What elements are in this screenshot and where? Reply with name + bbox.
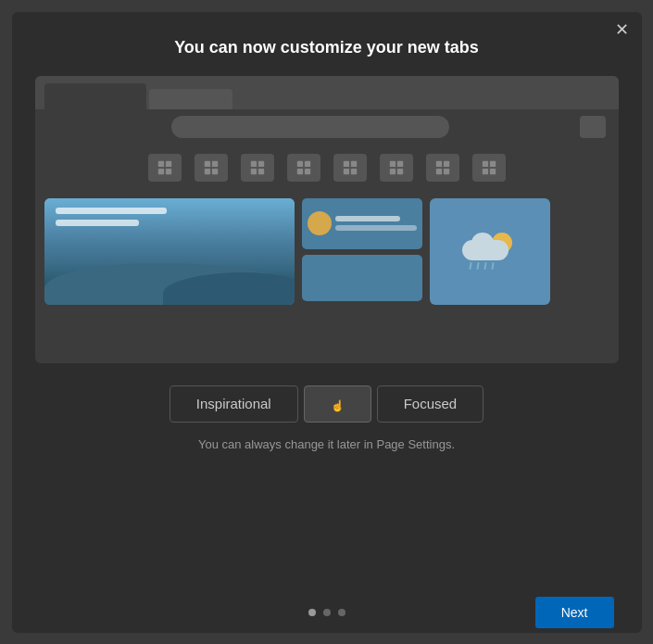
svg-rect-4 <box>204 160 209 166</box>
svg-rect-17 <box>350 160 356 166</box>
shortcut-item <box>333 154 367 182</box>
svg-rect-5 <box>211 160 217 166</box>
card-weather <box>430 198 550 305</box>
svg-rect-20 <box>389 160 395 166</box>
shortcut-icon <box>241 154 274 182</box>
card-landscape-bg <box>44 198 295 305</box>
svg-rect-6 <box>204 168 209 173</box>
weather-icon <box>462 233 518 270</box>
shortcut-icon <box>333 154 367 182</box>
text-line <box>335 225 417 231</box>
shortcut-item <box>241 154 274 182</box>
svg-rect-28 <box>482 160 487 166</box>
card-news <box>302 198 422 249</box>
progress-dot-3 <box>338 609 345 616</box>
progress-dot-1 <box>308 609 316 616</box>
card-landscape <box>44 198 295 305</box>
tab-focused[interactable]: Focused <box>377 385 484 423</box>
address-button-mock <box>580 116 606 138</box>
shortcut-icon <box>380 154 413 182</box>
shortcut-item <box>380 154 413 182</box>
customize-tabs-modal: ✕ You can now customize your new tabs <box>12 12 642 633</box>
svg-rect-31 <box>489 168 495 173</box>
cursor: ☝ <box>331 399 345 412</box>
svg-rect-0 <box>157 160 163 166</box>
text-line <box>335 216 400 221</box>
rain-drop <box>491 262 494 270</box>
next-button[interactable]: Next <box>535 597 614 628</box>
shortcut-item <box>195 154 228 182</box>
content-cards <box>35 191 619 312</box>
shortcut-icon <box>148 154 182 182</box>
rain-drop <box>469 262 471 270</box>
tab-options: Inspirational ☝ Focused <box>170 385 483 423</box>
browser-tab-inactive <box>149 89 232 109</box>
browser-tab-active <box>44 83 146 109</box>
svg-rect-3 <box>165 168 170 173</box>
svg-rect-1 <box>165 160 170 166</box>
modal-footer: Next <box>12 592 642 633</box>
browser-preview <box>35 76 619 363</box>
progress-dot-2 <box>323 609 331 616</box>
shortcut-item <box>287 154 320 182</box>
svg-rect-29 <box>489 160 495 166</box>
card-secondary <box>302 255 422 301</box>
progress-dots <box>308 609 345 616</box>
text-line <box>56 220 139 226</box>
svg-rect-26 <box>435 168 441 173</box>
shortcut-item <box>148 154 182 182</box>
rain-drops-icon <box>470 262 494 270</box>
svg-rect-19 <box>350 168 356 173</box>
shortcuts-row <box>35 145 619 191</box>
address-input-mock <box>171 116 449 138</box>
svg-rect-18 <box>343 168 348 173</box>
shortcut-icon <box>287 154 320 182</box>
svg-rect-23 <box>396 168 402 173</box>
shortcut-icon <box>472 154 506 182</box>
rain-drop <box>483 262 486 270</box>
svg-rect-30 <box>482 168 487 173</box>
svg-rect-7 <box>211 168 217 173</box>
svg-rect-14 <box>296 168 302 173</box>
svg-rect-9 <box>257 160 263 166</box>
tab-inspirational[interactable]: Inspirational <box>170 385 298 423</box>
svg-rect-16 <box>343 160 348 166</box>
rain-drop <box>476 262 479 270</box>
hint-text: You can always change it later in Page S… <box>198 437 455 451</box>
browser-tab-bar <box>35 76 619 109</box>
shortcut-item <box>426 154 459 182</box>
shortcut-icon <box>195 154 228 182</box>
tab-informational[interactable]: ☝ <box>304 385 371 423</box>
card-text-lines <box>56 208 167 232</box>
shortcut-item <box>472 154 506 182</box>
text-line <box>56 208 167 214</box>
cloud-main-icon <box>462 240 509 260</box>
svg-rect-12 <box>296 160 302 166</box>
modal-title: You can now customize your new tabs <box>174 38 479 57</box>
svg-rect-13 <box>304 160 309 166</box>
svg-rect-25 <box>443 160 448 166</box>
close-button[interactable]: ✕ <box>615 21 629 38</box>
svg-rect-21 <box>396 160 402 166</box>
svg-rect-15 <box>304 168 309 173</box>
svg-rect-10 <box>250 168 256 173</box>
svg-rect-8 <box>250 160 256 166</box>
svg-rect-2 <box>157 168 163 173</box>
card-text-lines <box>335 216 417 231</box>
address-bar <box>35 109 619 145</box>
shortcut-icon <box>426 154 459 182</box>
svg-rect-11 <box>257 168 263 173</box>
svg-rect-22 <box>389 168 395 173</box>
card-medium-column <box>302 198 422 305</box>
svg-rect-27 <box>443 168 448 173</box>
svg-rect-24 <box>435 160 441 166</box>
card-circle-icon <box>308 211 332 235</box>
